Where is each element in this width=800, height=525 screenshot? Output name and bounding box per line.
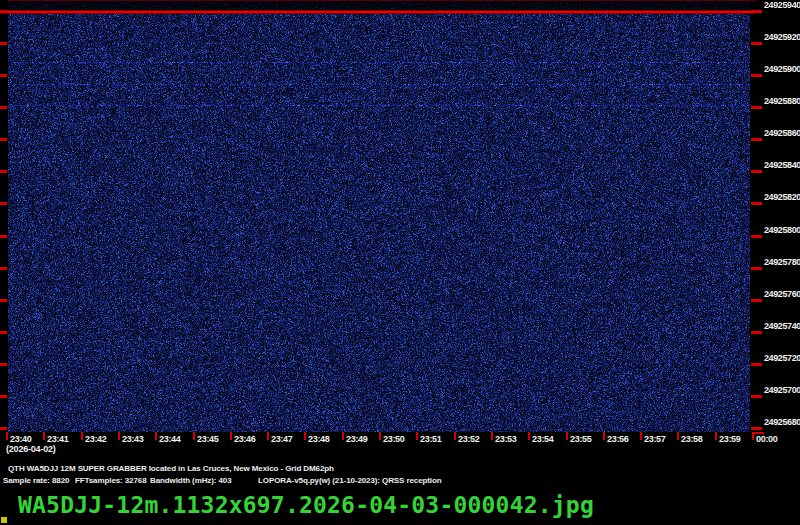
freq-axis-label: 24925800 xyxy=(764,225,800,235)
fft-samples-text: FFTsamples: 32768 xyxy=(75,476,147,485)
freq-tick-right xyxy=(751,363,762,366)
time-tick xyxy=(677,432,679,440)
time-axis-label: 00:00 xyxy=(756,434,778,444)
freq-tick-left xyxy=(0,235,7,238)
qrss-grabber-image: 2492594024925920249259002492588024925860… xyxy=(0,0,800,525)
capture-settings-line: Sample rate: 8820 FFTsamples: 32768 Band… xyxy=(0,476,800,488)
image-filename-text: WA5DJJ-12m.1132x697.2026-04-03-000042.jp… xyxy=(18,492,594,518)
freq-tick-right xyxy=(751,10,762,13)
freq-axis-label: 24925900 xyxy=(764,64,800,74)
freq-tick-left xyxy=(0,202,7,205)
time-axis-label: 23:59 xyxy=(719,434,741,444)
time-tick xyxy=(267,432,269,440)
time-tick xyxy=(379,432,381,440)
freq-axis-label: 24925740 xyxy=(764,321,800,331)
time-tick xyxy=(566,432,568,440)
time-tick xyxy=(304,432,306,440)
software-version-text: LOPORA-v5q.py(w) (21-10-2023): QRSS rece… xyxy=(258,476,442,485)
freq-tick-left xyxy=(0,138,7,141)
freq-axis-label: 24925940 xyxy=(764,0,800,10)
freq-axis-label: 24925720 xyxy=(764,353,800,363)
time-axis-label: 23:41 xyxy=(47,434,69,444)
freq-tick-left xyxy=(0,170,7,173)
freq-tick-right xyxy=(751,427,762,430)
time-axis-label: 23:51 xyxy=(420,434,442,444)
station-info-line: QTH WA5DJJ 12M SUPER GRABBER located in … xyxy=(8,464,334,473)
freq-tick-right xyxy=(751,106,762,109)
time-tick xyxy=(6,432,8,440)
time-axis-label: 23:40 xyxy=(10,434,32,444)
time-tick xyxy=(528,432,530,440)
freq-tick-left xyxy=(0,299,7,302)
freq-axis-label: 24925840 xyxy=(764,160,800,170)
freq-tick-right xyxy=(751,235,762,238)
freq-tick-right xyxy=(751,138,762,141)
freq-tick-left xyxy=(0,106,7,109)
time-axis-label: 23:44 xyxy=(159,434,181,444)
time-axis-label: 23:53 xyxy=(495,434,517,444)
time-axis-label: 23:50 xyxy=(383,434,405,444)
date-label: (2026-04-02) xyxy=(6,444,56,454)
time-axis-label: 23:43 xyxy=(122,434,144,444)
time-axis-label: 23:42 xyxy=(85,434,107,444)
time-tick xyxy=(715,432,717,440)
freq-tick-right xyxy=(751,74,762,77)
freq-tick-left xyxy=(0,267,7,270)
time-tick xyxy=(603,432,605,440)
freq-tick-right xyxy=(751,299,762,302)
time-axis-label: 23:46 xyxy=(234,434,256,444)
time-axis-label: 23:45 xyxy=(197,434,219,444)
spectrogram-noise-canvas xyxy=(8,0,750,432)
time-axis-label: 23:52 xyxy=(458,434,480,444)
time-tick xyxy=(454,432,456,440)
freq-tick-left xyxy=(0,427,7,430)
freq-axis-label: 24925680 xyxy=(764,417,800,427)
time-axis-label: 23:55 xyxy=(570,434,592,444)
freq-tick-right xyxy=(751,331,762,334)
red-marker-line xyxy=(0,11,756,13)
time-axis-label: 23:58 xyxy=(681,434,703,444)
freq-tick-right xyxy=(751,170,762,173)
yellow-corner-marker xyxy=(1,517,7,523)
freq-tick-left xyxy=(0,10,7,13)
freq-tick-left xyxy=(0,395,7,398)
time-tick xyxy=(118,432,120,440)
time-axis-label: 23:48 xyxy=(308,434,330,444)
sample-rate-text: Sample rate: 8820 xyxy=(3,476,69,485)
time-axis-label: 23:56 xyxy=(607,434,629,444)
freq-tick-right xyxy=(751,395,762,398)
time-tick xyxy=(230,432,232,440)
freq-axis-label: 24925920 xyxy=(764,32,800,42)
freq-tick-right xyxy=(751,202,762,205)
bandwidth-text: Bandwidth (mHz): 403 xyxy=(150,476,232,485)
freq-tick-right xyxy=(751,42,762,45)
time-axis-label: 23:47 xyxy=(271,434,293,444)
freq-tick-left xyxy=(0,74,7,77)
freq-axis-label: 24925880 xyxy=(764,96,800,106)
axis-corner-arm xyxy=(752,432,764,434)
time-tick xyxy=(43,432,45,440)
time-tick xyxy=(416,432,418,440)
freq-axis-label: 24925760 xyxy=(764,289,800,299)
time-tick xyxy=(155,432,157,440)
freq-axis-label: 24925700 xyxy=(764,385,800,395)
time-axis-label: 23:54 xyxy=(532,434,554,444)
top-edge-dark-red-line xyxy=(8,0,756,1)
freq-tick-left xyxy=(0,363,7,366)
freq-axis-label: 24925860 xyxy=(764,128,800,138)
freq-axis-label: 24925780 xyxy=(764,257,800,267)
freq-tick-left xyxy=(0,42,7,45)
time-tick xyxy=(342,432,344,440)
freq-tick-right xyxy=(751,267,762,270)
time-axis-label: 23:49 xyxy=(346,434,368,444)
time-tick xyxy=(640,432,642,440)
freq-tick-left xyxy=(0,331,7,334)
time-tick xyxy=(491,432,493,440)
time-axis-label: 23:57 xyxy=(644,434,666,444)
freq-axis-label: 24925820 xyxy=(764,192,800,202)
time-tick xyxy=(193,432,195,440)
time-tick xyxy=(81,432,83,440)
